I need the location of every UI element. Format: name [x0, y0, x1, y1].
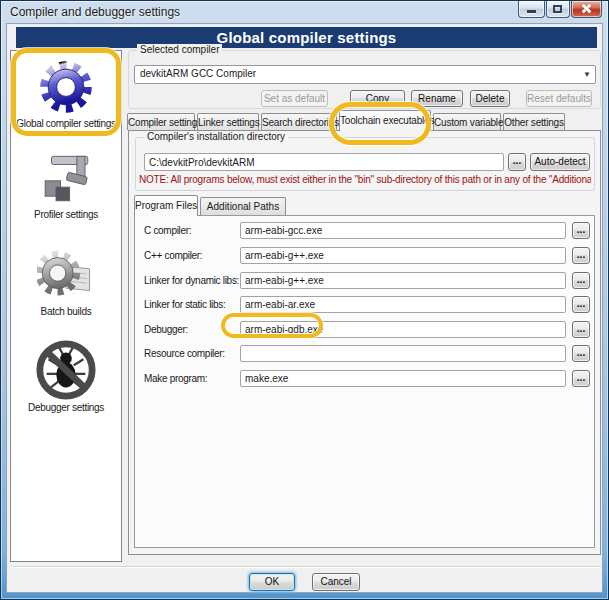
note-text: NOTE: All programs below, must exist eit… [139, 174, 591, 185]
c-compiler-input[interactable] [240, 222, 566, 239]
dialog-window: Compiler and debugger settings Global co… [0, 0, 609, 600]
profiler-icon [37, 150, 95, 208]
browse-resource-compiler-button[interactable]: ... [572, 345, 590, 362]
footer-separator [12, 566, 601, 568]
browse-linker-dynamic-button[interactable]: ... [572, 272, 590, 289]
cpp-compiler-input[interactable] [240, 247, 566, 264]
copy-button[interactable]: Copy [350, 90, 405, 107]
rename-button[interactable]: Rename [411, 90, 463, 107]
tab-toolchain-executables[interactable]: Toolchain executables [339, 110, 431, 131]
selected-compiler-group: Selected compiler devkitARM GCC Compiler… [128, 50, 601, 109]
make-program-input[interactable] [240, 370, 566, 387]
browse-linker-static-button[interactable]: ... [572, 296, 590, 313]
linker-dynamic-input[interactable] [240, 272, 566, 289]
subtab-additional-paths[interactable]: Additional Paths [200, 197, 286, 215]
titlebar[interactable]: Compiler and debugger settings [1, 1, 608, 23]
chevron-down-icon: ▼ [583, 70, 591, 79]
tab-custom-variables[interactable]: Custom variables [433, 113, 501, 130]
page-title: Global compiler settings [16, 27, 597, 48]
ok-button[interactable]: OK [249, 573, 295, 591]
sidebar-item-label: Global compiler settings [11, 118, 121, 129]
tab-compiler-settings[interactable]: Compiler settings [127, 113, 195, 130]
resource-compiler-label: Resource compiler: [144, 348, 225, 359]
program-files-panel: C compiler: ... C++ compiler: ... Linker… [134, 215, 595, 548]
tab-other-settings[interactable]: Other settings [503, 113, 565, 130]
set-as-default-button: Set as default [261, 90, 328, 107]
debugger-input[interactable] [240, 321, 566, 338]
tab-search-directories[interactable]: Search directories [261, 113, 337, 130]
linker-static-label: Linker for static libs: [144, 299, 225, 310]
cancel-button[interactable]: Cancel [312, 573, 360, 591]
maximize-button[interactable] [546, 1, 570, 18]
reset-defaults-button: Reset defaults [526, 90, 592, 107]
installation-directory-group-label: Compiler's installation directory [144, 131, 288, 142]
linker-dynamic-label: Linker for dynamic libs: [144, 275, 239, 286]
compiler-select-value: devkitARM GCC Compiler [140, 68, 256, 79]
compiler-select[interactable]: devkitARM GCC Compiler ▼ [134, 65, 596, 84]
window-controls [517, 1, 602, 18]
sidebar-item-profiler-settings[interactable]: Profiler settings [11, 150, 121, 220]
batch-builds-icon [37, 247, 95, 305]
browse-cpp-compiler-button[interactable]: ... [572, 247, 590, 264]
settings-category-list: Global compiler settings Profiler settin… [10, 50, 122, 562]
autodetect-button[interactable]: Auto-detect [530, 153, 590, 171]
installation-directory-input[interactable] [144, 153, 504, 171]
sidebar-item-global-compiler-settings[interactable]: Global compiler settings [11, 57, 121, 129]
browse-debugger-button[interactable]: ... [572, 321, 590, 338]
sidebar-item-batch-builds[interactable]: Batch builds [11, 247, 121, 317]
subtab-program-files[interactable]: Program Files [134, 195, 198, 216]
sidebar-item-label: Profiler settings [11, 209, 121, 220]
cpp-compiler-label: C++ compiler: [144, 250, 202, 261]
sidebar-item-debugger-settings[interactable]: Debugger settings [11, 339, 121, 413]
dialog-content: Global compiler settings Global compiler… [6, 23, 603, 593]
minimize-icon [527, 10, 536, 13]
sidebar-item-label: Debugger settings [11, 402, 121, 413]
no-bug-icon [35, 339, 97, 401]
make-program-label: Make program: [144, 373, 207, 384]
selected-compiler-group-label: Selected compiler [137, 44, 222, 55]
tab-linker-settings[interactable]: Linker settings [197, 113, 259, 130]
close-button[interactable] [571, 1, 602, 18]
resource-compiler-input[interactable] [240, 345, 566, 362]
browse-c-compiler-button[interactable]: ... [572, 222, 590, 239]
gear-icon [36, 57, 96, 117]
minimize-button[interactable] [518, 1, 545, 18]
linker-static-input[interactable] [240, 296, 566, 313]
debugger-label: Debugger: [144, 324, 188, 335]
close-icon [581, 3, 592, 14]
window-title: Compiler and debugger settings [10, 5, 180, 19]
browse-directory-button[interactable]: ... [508, 153, 526, 171]
toolchain-executables-panel: Compiler's installation directory ... Au… [128, 130, 601, 555]
maximize-icon [553, 5, 562, 13]
sidebar-item-label: Batch builds [11, 306, 121, 317]
browse-make-program-button[interactable]: ... [572, 370, 590, 387]
delete-button[interactable]: Delete [470, 90, 510, 107]
c-compiler-label: C compiler: [144, 225, 191, 236]
